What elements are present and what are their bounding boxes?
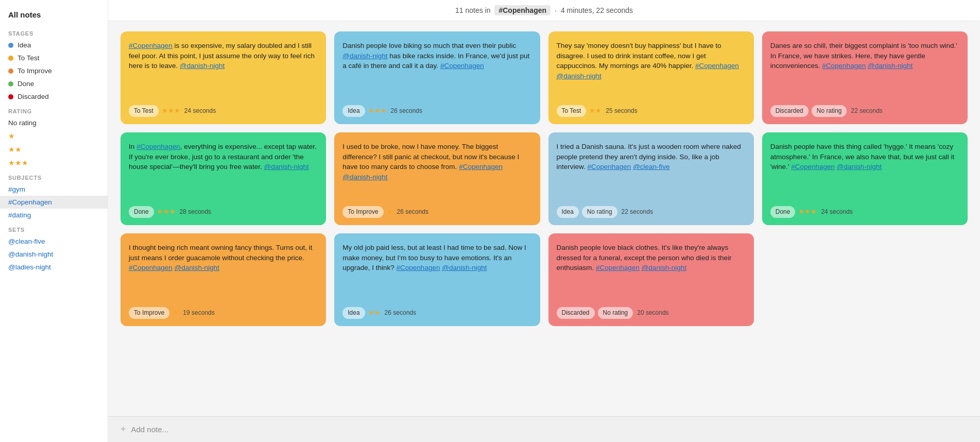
note-card: Danish people love black clothes. It's l…	[548, 233, 754, 326]
sidebar-label-to-improve: To Improve	[18, 67, 52, 75]
note-footer: Idea ★★★ 26 seconds	[342, 105, 531, 117]
note-stage-badge: To Improve	[129, 307, 169, 319]
note-link[interactable]: #Copenhagen	[440, 62, 484, 70]
sidebar: All notes STAGES Idea To Test To Improve…	[0, 0, 108, 442]
sidebar-item-no-rating[interactable]: No rating	[0, 116, 108, 129]
note-footer: To Test ★★★ 24 seconds	[129, 105, 318, 117]
note-link[interactable]: #Copenhagen	[397, 264, 440, 271]
note-card: I used to be broke, now I have money. Th…	[334, 132, 540, 225]
3stars-label: ★★★	[8, 159, 28, 167]
sidebar-item-1star[interactable]: ★	[0, 129, 108, 143]
no-rating-label: No rating	[8, 119, 37, 127]
sidebar-label-discarded: Discarded	[18, 93, 49, 100]
sidebar-item-3stars[interactable]: ★★★	[0, 156, 108, 169]
note-card: I thought being rich meant owning fancy …	[121, 233, 326, 326]
idea-dot	[8, 43, 13, 48]
note-stars: ★	[173, 308, 179, 318]
note-stage-badge: Discarded	[770, 105, 809, 117]
dating-label: #dating	[8, 211, 31, 219]
note-text: #Copenhagen is so expensive, my salary d…	[129, 41, 318, 100]
sidebar-item-to-test[interactable]: To Test	[0, 52, 108, 64]
note-link[interactable]: #Copenhagen	[129, 264, 173, 271]
sidebar-item-to-improve[interactable]: To Improve	[0, 64, 108, 77]
note-link[interactable]: @danish-night	[342, 52, 387, 60]
note-link[interactable]: @danish-night	[642, 264, 686, 271]
subjects-section-label: SUBJECTS	[0, 169, 108, 183]
add-note-bar[interactable]: + Add note...	[108, 416, 980, 442]
note-footer: Discarded No rating 20 seconds	[557, 307, 746, 319]
note-card: They say 'money doesn't buy happiness' b…	[548, 31, 754, 124]
sidebar-item-dating[interactable]: #dating	[0, 209, 108, 222]
note-link[interactable]: #Copenhagen	[588, 163, 631, 171]
note-footer: Idea No rating 22 seconds	[557, 206, 746, 218]
note-footer: Discarded No rating 22 seconds	[770, 105, 959, 117]
note-footer: Done ★★★ 24 seconds	[770, 206, 959, 218]
note-rating-badge: No rating	[598, 307, 633, 319]
note-link[interactable]: @danish-night	[342, 173, 387, 181]
to-improve-dot	[8, 69, 13, 74]
note-link[interactable]: @danish-night	[442, 264, 487, 271]
note-link[interactable]: #Copenhagen	[459, 163, 503, 171]
sidebar-label-to-test: To Test	[18, 54, 40, 62]
header-separator: ·	[555, 6, 557, 14]
note-link[interactable]: @danish-night	[264, 163, 309, 171]
note-stars: ★★★	[798, 207, 817, 217]
note-time: 25 seconds	[606, 107, 637, 115]
clean-five-label: @clean-five	[8, 237, 45, 245]
note-text: I tried a Danish sauna. It's just a wood…	[557, 142, 746, 201]
note-rating-badge: No rating	[812, 105, 847, 117]
note-footer: To Improve ★ 19 seconds	[129, 307, 318, 319]
note-stars: ★★★	[162, 106, 180, 116]
note-rating-badge: No rating	[582, 206, 617, 218]
note-link[interactable]: #Copenhagen	[136, 143, 180, 150]
2stars-label: ★★	[8, 145, 22, 154]
note-footer: Idea ★★ 26 seconds	[342, 307, 531, 319]
note-time: 24 seconds	[821, 208, 852, 216]
copenhagen-label: #Copenhagen	[8, 198, 52, 206]
note-text: In #Copenhagen, everything is expensive.…	[129, 142, 318, 201]
note-stage-badge: Done	[129, 206, 154, 218]
note-link[interactable]: @danish-night	[557, 72, 601, 80]
sets-section-label: SETS	[0, 222, 108, 235]
sidebar-item-done[interactable]: Done	[0, 77, 108, 90]
sidebar-item-ladies-night[interactable]: @ladies-night	[0, 261, 108, 274]
note-text: They say 'money doesn't buy happiness' b…	[557, 41, 746, 100]
note-link[interactable]: #Copenhagen	[822, 62, 866, 70]
header: 11 notes in #Copenhagen · 4 minutes, 22 …	[108, 0, 980, 21]
stages-section-label: STAGES	[0, 25, 108, 39]
note-link[interactable]: @danish-night	[175, 264, 219, 271]
sidebar-item-danish-night[interactable]: @danish-night	[0, 248, 108, 261]
note-link[interactable]: @danish-night	[868, 62, 913, 70]
note-link[interactable]: #Copenhagen	[791, 163, 835, 171]
note-time: 20 seconds	[637, 309, 668, 317]
main-content: 11 notes in #Copenhagen · 4 minutes, 22 …	[108, 0, 980, 442]
note-link[interactable]: @clean-five	[633, 163, 669, 171]
note-link[interactable]: @danish-night	[837, 163, 882, 171]
note-link[interactable]: #Copenhagen	[695, 62, 739, 70]
note-link[interactable]: @danish-night	[180, 62, 225, 70]
note-stage-badge: To Improve	[342, 206, 383, 218]
note-text: Danish people love biking so much that e…	[342, 41, 531, 100]
rating-section-label: RATING	[0, 103, 108, 116]
sidebar-item-copenhagen[interactable]: #Copenhagen	[0, 196, 108, 209]
notes-count: 11 notes in	[455, 6, 491, 14]
sidebar-item-idea[interactable]: Idea	[0, 39, 108, 52]
note-time: 26 seconds	[385, 309, 416, 317]
sidebar-item-gym[interactable]: #gym	[0, 183, 108, 196]
note-card: In #Copenhagen, everything is expensive.…	[121, 132, 326, 225]
note-stars: ★★	[368, 308, 381, 318]
note-text: I used to be broke, now I have money. Th…	[342, 142, 531, 201]
sidebar-item-discarded[interactable]: Discarded	[0, 90, 108, 103]
sidebar-item-clean-five[interactable]: @clean-five	[0, 235, 108, 248]
note-text: Danish people have this thing called 'hy…	[770, 142, 959, 201]
sidebar-item-2stars[interactable]: ★★	[0, 143, 108, 156]
note-time: 22 seconds	[851, 107, 882, 115]
note-stage-badge: To Test	[129, 105, 159, 117]
note-time: 22 seconds	[622, 208, 653, 216]
note-text: I thought being rich meant owning fancy …	[129, 243, 318, 302]
sidebar-label-idea: Idea	[18, 41, 31, 49]
note-stage-badge: Idea	[557, 206, 579, 218]
note-link[interactable]: #Copenhagen	[129, 42, 173, 49]
header-tag[interactable]: #Copenhagen	[494, 5, 551, 15]
note-link[interactable]: #Copenhagen	[596, 264, 640, 271]
